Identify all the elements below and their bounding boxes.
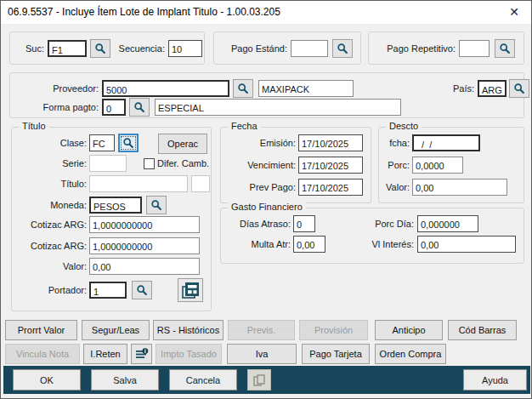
suc-label: Suc: [15, 43, 44, 54]
i-reten-button[interactable]: I.Reten [83, 344, 127, 364]
proveedor-code-input[interactable]: 5000 [102, 80, 229, 97]
descto-porc-label: Porc: [382, 160, 410, 170]
porc-dia-label: Porc Día: [359, 219, 414, 229]
forma-pagto-input[interactable]: 0 [102, 99, 126, 116]
search-icon [237, 83, 249, 94]
titulo-input [89, 175, 188, 192]
pais-search-button[interactable] [509, 79, 529, 98]
cancela-button[interactable]: Cancela [169, 369, 237, 390]
reten-info-icon [134, 346, 150, 362]
descto-fcha-input[interactable]: / / [412, 134, 480, 151]
dialog-window: 06.9.5537 - Incluye Ítem Lote de Implant… [0, 0, 532, 399]
fecha-legend: Fecha [228, 121, 261, 131]
cod-barras-button[interactable]: Cód Barras [448, 320, 517, 340]
segur-leas-button[interactable]: Segur/Leas [82, 320, 150, 340]
pago-tarjeta-button[interactable]: Pago Tarjeta [302, 344, 370, 364]
cotizac2-label: Cotizac ARG: [15, 241, 87, 251]
dias-atraso-input[interactable]: 0 [293, 215, 315, 232]
reten-list-button[interactable] [131, 344, 152, 364]
group-gasto-financiero: Gasto Financiero Días Atraso: 0 Porc Día… [220, 208, 524, 264]
emision-label: Emisión: [224, 138, 296, 148]
provision-button: Provisión [299, 320, 368, 340]
search-icon [133, 101, 145, 113]
search-icon [513, 83, 525, 94]
group-pago-estand: Pago Estánd: [213, 31, 361, 65]
pago-repetitivo-search-button[interactable] [495, 39, 515, 58]
cotizac1-input[interactable]: 1,0000000000 [89, 216, 200, 233]
titulo-valor-input[interactable]: 0,00 [89, 258, 200, 275]
group-proveedor: Proveedor: 5000 MAXIPACK País: ARG Forma… [9, 72, 524, 118]
moneda-label: Moneda: [15, 200, 87, 210]
prorrt-valor-button[interactable]: Prorrt Valor [5, 320, 77, 340]
moneda-input[interactable]: PESOS [89, 197, 142, 214]
window-title: 06.9.5537 - Incluye Ítem Lote de Implant… [8, 6, 280, 18]
prev-pago-label: Prev Pago: [224, 182, 296, 192]
descto-valor-input[interactable]: 0,00 [412, 179, 507, 196]
dias-atraso-label: Días Atraso: [224, 219, 291, 229]
search-icon [499, 43, 511, 54]
vincula-nota-button: Vincula Nota [5, 344, 80, 364]
operac-button[interactable]: Operac [158, 134, 207, 154]
proveedor-search-button[interactable] [233, 79, 253, 98]
moneda-search-button[interactable] [146, 196, 167, 214]
suc-input[interactable]: F1 [48, 40, 87, 57]
salva-button[interactable]: Salva [91, 369, 159, 390]
footer-bar: OK Salva Cancela Ayuda [3, 366, 530, 394]
portador-input[interactable]: 1 [89, 282, 127, 299]
portador-label: Portador: [15, 285, 87, 295]
multa-atr-label: Multa Atr: [224, 239, 291, 249]
clase-input[interactable]: FC [89, 134, 115, 151]
vl-interes-input[interactable]: 0,00 [417, 236, 516, 253]
pago-repetitivo-input[interactable] [459, 40, 490, 57]
titulo-valor-label: Valor: [15, 261, 87, 271]
difer-camb-checkbox[interactable] [144, 158, 155, 169]
descto-porc-input[interactable]: 0,0000 [412, 157, 463, 174]
forma-pagto-desc-field: ESPECIAL [155, 99, 401, 116]
ayuda-button[interactable]: Ayuda [463, 369, 527, 390]
search-icon [150, 199, 162, 211]
iva-button[interactable]: Iva [227, 344, 297, 364]
save-window-button[interactable] [178, 278, 203, 302]
pais-input[interactable]: ARG [478, 80, 507, 97]
descto-fcha-label: fcha: [382, 138, 410, 148]
copy-icon [252, 373, 267, 388]
pais-label: País: [423, 83, 474, 94]
titulo-legend: Título [19, 121, 49, 131]
save-stack-icon [180, 280, 201, 300]
multa-atr-input[interactable]: 0,00 [293, 236, 325, 253]
vencimient-label: Vencimient: [224, 160, 296, 170]
descto-valor-label: Valor: [382, 182, 410, 192]
porc-dia-input[interactable]: 0,000000 [417, 215, 478, 232]
clase-label: Clase: [15, 138, 87, 148]
previs-button: Previs. [228, 320, 295, 340]
prev-pago-input[interactable]: 17/10/2025 [298, 179, 363, 196]
secuencia-input[interactable]: 10 [168, 40, 202, 57]
pago-estand-search-button[interactable] [332, 39, 353, 58]
suc-search-button[interactable] [90, 39, 110, 58]
emision-input[interactable]: 17/10/2025 [298, 134, 363, 151]
orden-compra-button[interactable]: Orden Compra [375, 344, 446, 364]
group-fecha: Fecha Emisión: 17/10/2025 Vencimient: 17… [220, 127, 371, 203]
portador-search-button[interactable] [132, 281, 152, 299]
ok-button[interactable]: OK [13, 369, 81, 390]
anticipo-button[interactable]: Anticipo [375, 320, 443, 340]
forma-pagto-label: Forma pagto: [15, 102, 99, 112]
cotizac2-input[interactable]: 1,0000000000 [89, 237, 200, 254]
forma-pagto-search-button[interactable] [129, 98, 150, 117]
secuencia-label: Secuencia: [116, 43, 165, 54]
pago-estand-input[interactable] [291, 40, 328, 57]
vl-interes-label: Vl Interés: [359, 239, 414, 249]
pago-repetitivo-label: Pago Repetitivo: [374, 43, 456, 54]
clase-search-button[interactable] [118, 134, 139, 152]
group-descto: Descto fcha: / / Porc: 0,0000 Valor: 0,0… [378, 127, 524, 203]
rs-historicos-button[interactable]: RS - Históricos [153, 320, 224, 340]
descto-legend: Descto [386, 121, 422, 131]
impto-tasado-button: Impto Tasado [156, 344, 222, 364]
vencimient-input[interactable]: 17/10/2025 [298, 157, 363, 174]
close-icon[interactable]: ✕ [504, 3, 524, 21]
search-icon [136, 284, 148, 296]
difer-camb-label: Difer. Camb. [157, 158, 209, 168]
search-icon [122, 137, 134, 149]
group-pago-repetitivo: Pago Repetitivo: [368, 31, 524, 65]
titulo-field-label: Título: [15, 179, 87, 189]
